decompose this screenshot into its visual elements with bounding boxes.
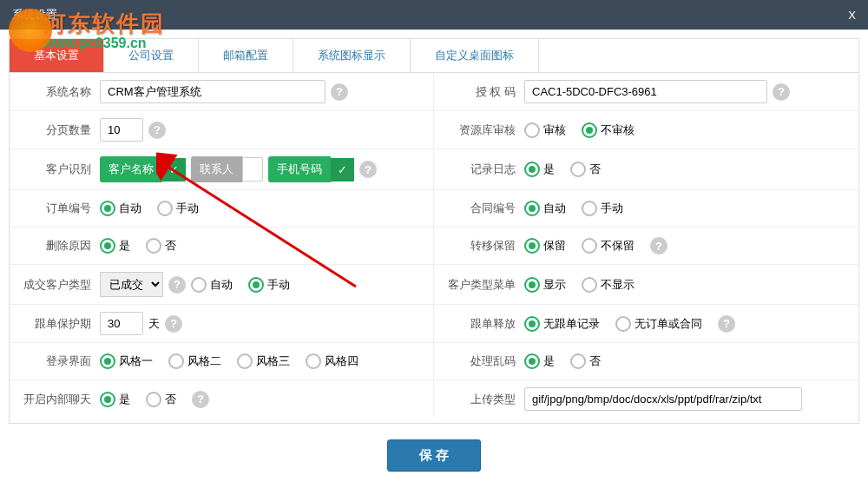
cust-id-tag-name[interactable]: 客户名称✓ (100, 156, 186, 182)
help-icon[interactable]: ? (331, 83, 348, 101)
cust-menu-hide[interactable]: 不显示 (582, 277, 635, 293)
del-reason-yes[interactable]: 是 (100, 238, 130, 254)
login-style-label: 登录界面 (20, 353, 100, 369)
auth-code-input[interactable] (524, 80, 767, 103)
help-icon[interactable]: ? (650, 237, 667, 254)
system-name-input[interactable] (100, 80, 326, 103)
cust-id-tag-contact[interactable]: 联系人 (191, 156, 263, 182)
res-audit-opt2[interactable]: 不审核 (582, 122, 635, 138)
cust-id-tag-phone[interactable]: 手机号码✓ (268, 156, 354, 182)
save-button[interactable]: 保 存 (387, 439, 481, 472)
help-icon[interactable]: ? (168, 276, 186, 294)
deal-type-manual[interactable]: 手动 (248, 277, 290, 293)
order-no-auto[interactable]: 自动 (100, 201, 141, 216)
follow-release-opt2[interactable]: 无订单或合同 (615, 316, 702, 332)
contract-no-auto[interactable]: 自动 (524, 201, 566, 216)
help-icon[interactable]: ? (148, 122, 166, 139)
deal-type-select[interactable]: 已成交 (100, 272, 163, 297)
tab-company-settings[interactable]: 公司设置 (104, 39, 199, 72)
follow-protect-input[interactable] (100, 312, 143, 335)
auth-code-label: 授 权 码 (444, 84, 524, 100)
login-style-4[interactable]: 风格四 (306, 353, 358, 369)
cust-menu-show[interactable]: 显示 (524, 277, 566, 293)
help-icon[interactable]: ? (165, 315, 182, 333)
tab-system-icon[interactable]: 系统图标显示 (293, 39, 411, 72)
del-reason-label: 删除原因 (20, 238, 100, 254)
upload-type-input[interactable] (524, 387, 802, 411)
form-panel: 系统名称 ? 授 权 码 ? 分页数量 ? 资源库审核 审核 (9, 72, 859, 424)
garbled-label: 处理乱码 (444, 353, 524, 369)
transfer-keep-yes[interactable]: 保留 (524, 238, 566, 254)
close-icon[interactable]: X (848, 9, 856, 22)
upload-type-label: 上传类型 (444, 392, 524, 407)
title-bar: 系统设置 X (0, 0, 868, 30)
order-no-label: 订单编号 (20, 201, 100, 216)
follow-release-opt1[interactable]: 无跟单记录 (524, 316, 600, 332)
login-style-3[interactable]: 风格三 (237, 353, 290, 369)
tab-basic-settings[interactable]: 基本设置 (10, 39, 104, 72)
cust-id-label: 客户识别 (20, 162, 100, 177)
log-opt-yes[interactable]: 是 (524, 162, 555, 177)
follow-protect-unit: 天 (148, 316, 160, 332)
internal-chat-yes[interactable]: 是 (100, 392, 130, 407)
log-label: 记录日志 (444, 162, 524, 177)
tab-email-config[interactable]: 邮箱配置 (199, 39, 293, 72)
transfer-keep-label: 转移保留 (444, 238, 524, 254)
garbled-yes[interactable]: 是 (524, 353, 555, 369)
tab-custom-desktop-icon[interactable]: 自定义桌面图标 (411, 39, 539, 72)
order-no-manual[interactable]: 手动 (157, 201, 199, 216)
login-style-1[interactable]: 风格一 (100, 353, 153, 369)
del-reason-no[interactable]: 否 (146, 238, 176, 254)
deal-type-label: 成交客户类型 (20, 277, 100, 293)
help-icon[interactable]: ? (718, 315, 735, 333)
help-icon[interactable]: ? (192, 391, 209, 408)
internal-chat-no[interactable]: 否 (146, 392, 176, 407)
help-icon[interactable]: ? (773, 83, 790, 101)
cust-menu-label: 客户类型菜单 (444, 277, 524, 293)
help-icon[interactable]: ? (359, 161, 377, 178)
login-style-2[interactable]: 风格二 (168, 353, 221, 369)
system-name-label: 系统名称 (20, 84, 100, 100)
internal-chat-label: 开启内部聊天 (20, 392, 100, 407)
page-count-label: 分页数量 (20, 122, 100, 138)
contract-no-manual[interactable]: 手动 (582, 201, 623, 216)
window-title: 系统设置 (12, 7, 57, 23)
deal-type-auto[interactable]: 自动 (191, 277, 233, 293)
page-count-input[interactable] (100, 118, 143, 142)
res-audit-label: 资源库审核 (444, 122, 524, 138)
contract-no-label: 合同编号 (444, 201, 524, 216)
res-audit-opt1[interactable]: 审核 (524, 122, 566, 138)
follow-release-label: 跟单释放 (444, 316, 524, 332)
tab-bar: 基本设置 公司设置 邮箱配置 系统图标显示 自定义桌面图标 (9, 38, 859, 72)
log-opt-no[interactable]: 否 (570, 162, 601, 177)
transfer-keep-no[interactable]: 不保留 (582, 238, 635, 254)
follow-protect-label: 跟单保护期 (20, 316, 100, 332)
garbled-no[interactable]: 否 (570, 353, 601, 369)
